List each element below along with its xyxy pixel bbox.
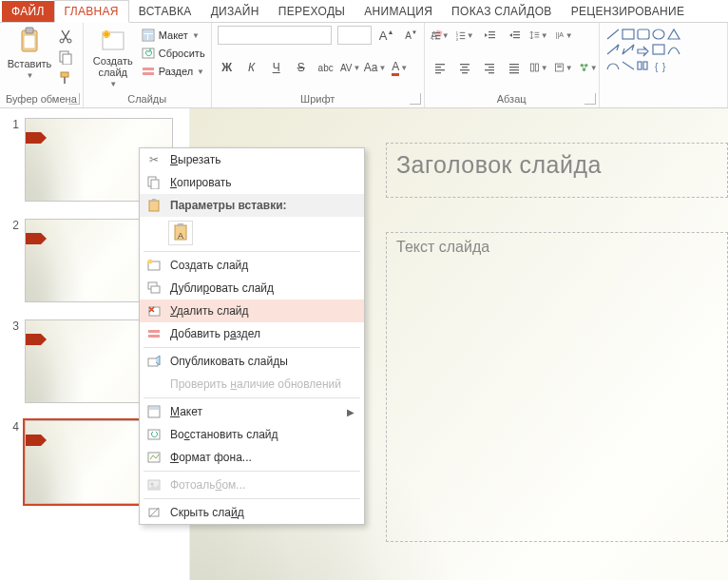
copy-icon — [145, 174, 163, 191]
svg-rect-59 — [535, 64, 538, 71]
cm-layout[interactable]: Макет▶ — [140, 400, 364, 423]
cm-hide[interactable]: Скрыть слайд — [140, 501, 364, 524]
section-icon — [141, 64, 156, 79]
svg-rect-52 — [485, 69, 494, 70]
tab-insert[interactable]: ВСТАВКА — [129, 1, 201, 22]
chevron-down-icon: ▼ — [197, 68, 204, 76]
svg-point-95 — [151, 483, 154, 486]
scissors-icon: ✂ — [145, 151, 163, 168]
svg-rect-40 — [534, 37, 539, 38]
dialog-launcher-icon[interactable] — [68, 93, 80, 105]
group-slides-label: Слайды — [89, 91, 205, 106]
svg-rect-49 — [462, 72, 468, 73]
svg-rect-23 — [434, 35, 440, 36]
svg-text:3: 3 — [455, 37, 458, 42]
increase-indent-button[interactable] — [505, 26, 524, 45]
align-left-button[interactable] — [431, 58, 450, 77]
underline-button[interactable]: Ч — [267, 58, 286, 77]
svg-rect-51 — [489, 67, 494, 68]
shadow-button[interactable]: abc — [316, 58, 335, 77]
cm-duplicate[interactable]: Дублировать слайд — [140, 277, 364, 300]
thumb-number: 4 — [10, 420, 19, 434]
group-clipboard-label: Буфер обмена — [6, 91, 77, 106]
cm-cut[interactable]: ✂Вырезать — [140, 148, 364, 171]
dialog-launcher-icon[interactable] — [584, 93, 596, 105]
svg-rect-13 — [144, 34, 147, 40]
char-spacing-button[interactable]: AV▼ — [341, 58, 360, 77]
copy-icon[interactable] — [57, 48, 74, 66]
svg-rect-53 — [489, 72, 494, 73]
svg-rect-27 — [459, 32, 465, 33]
ribbon: Вставить ▼ Буфер обмена Создать слайд ▼ … — [0, 23, 728, 108]
line-spacing-button[interactable]: ▼ — [529, 26, 548, 45]
new-slide-button[interactable]: Создать слайд ▼ — [89, 26, 137, 88]
svg-rect-1 — [26, 28, 33, 33]
smartart-button[interactable]: ▼ — [579, 58, 598, 77]
hide-slide-icon — [145, 504, 163, 521]
paste-keep-text-button[interactable]: A — [168, 221, 193, 245]
layout-button[interactable]: Макет▼ — [141, 28, 205, 43]
svg-rect-43 — [435, 67, 441, 68]
format-painter-icon[interactable] — [57, 69, 74, 87]
chevron-down-icon: ▼ — [27, 71, 34, 80]
tab-animation[interactable]: АНИМАЦИЯ — [354, 1, 442, 22]
title-placeholder[interactable]: Заголовок слайда — [386, 143, 728, 198]
tab-home[interactable]: ГЛАВНАЯ — [54, 0, 129, 23]
tab-design[interactable]: ДИЗАЙН — [201, 1, 269, 22]
font-size-select[interactable] — [337, 26, 372, 45]
cm-reset[interactable]: Восстановить слайд — [140, 423, 364, 446]
tab-transitions[interactable]: ПЕРЕХОДЫ — [269, 1, 354, 22]
section-button[interactable]: Раздел▼ — [141, 64, 205, 79]
cm-add-section[interactable]: Добавить раздел — [140, 322, 364, 345]
svg-rect-34 — [489, 37, 495, 38]
bullets-button[interactable]: ▼ — [431, 26, 450, 45]
numbering-button[interactable]: 123▼ — [455, 26, 474, 45]
italic-button[interactable]: К — [242, 58, 261, 77]
bold-button[interactable]: Ж — [218, 58, 237, 77]
dialog-launcher-icon[interactable] — [410, 93, 421, 105]
body-placeholder[interactable]: Текст слайда — [386, 232, 728, 542]
align-center-button[interactable] — [455, 58, 474, 77]
tab-file[interactable]: ФАЙЛ — [2, 1, 54, 22]
reset-button[interactable]: Сбросить — [141, 46, 205, 61]
svg-rect-29 — [459, 35, 465, 36]
align-right-button[interactable] — [480, 58, 499, 77]
columns-button[interactable]: ▼ — [529, 58, 548, 77]
cm-new-slide[interactable]: Создать слайд — [140, 254, 364, 277]
font-family-select[interactable] — [218, 26, 332, 45]
text-direction-button[interactable]: ||A▼ — [554, 26, 573, 45]
clipboard-icon — [145, 197, 163, 214]
delete-slide-icon — [145, 302, 163, 319]
increase-font-button[interactable]: A▲ — [377, 26, 396, 45]
change-case-button[interactable]: Aa▼ — [366, 58, 385, 77]
shapes-gallery[interactable]: {} — [605, 28, 700, 80]
svg-text:||A: ||A — [555, 31, 564, 39]
context-menu: ✂Вырезать Копировать Параметры вставки: … — [139, 147, 365, 525]
strike-button[interactable]: S — [292, 58, 311, 77]
svg-rect-57 — [509, 72, 519, 73]
svg-rect-70 — [653, 45, 664, 54]
cm-delete[interactable]: Удалить слайд — [140, 300, 364, 322]
svg-rect-38 — [534, 32, 539, 33]
align-text-button[interactable]: ▼ — [554, 58, 573, 77]
decrease-font-button[interactable]: A▼ — [402, 26, 421, 45]
cm-check-updates: Проверить наличие обновлений — [140, 373, 364, 396]
cm-copy[interactable]: Копировать — [140, 171, 364, 194]
cut-icon[interactable] — [57, 28, 74, 45]
font-color-button[interactable]: A▼ — [391, 58, 410, 77]
decrease-indent-button[interactable] — [480, 26, 499, 45]
svg-point-4 — [67, 39, 71, 43]
chevron-right-icon: ▶ — [347, 407, 354, 417]
clipboard-icon — [14, 26, 45, 56]
svg-rect-15 — [143, 48, 154, 58]
cm-format-bg[interactable]: Формат фона... — [140, 446, 364, 469]
paste-label: Вставить — [8, 58, 52, 69]
svg-rect-71 — [638, 62, 642, 69]
tab-review[interactable]: РЕЦЕНЗИРОВАНИЕ — [562, 1, 695, 22]
cm-publish[interactable]: Опубликовать слайды — [140, 350, 364, 373]
tab-slideshow[interactable]: ПОКАЗ СЛАЙДОВ — [442, 1, 562, 22]
justify-button[interactable] — [505, 58, 524, 77]
paste-button[interactable]: Вставить ▼ — [6, 26, 53, 88]
svg-rect-78 — [152, 199, 156, 202]
svg-rect-31 — [459, 38, 465, 39]
